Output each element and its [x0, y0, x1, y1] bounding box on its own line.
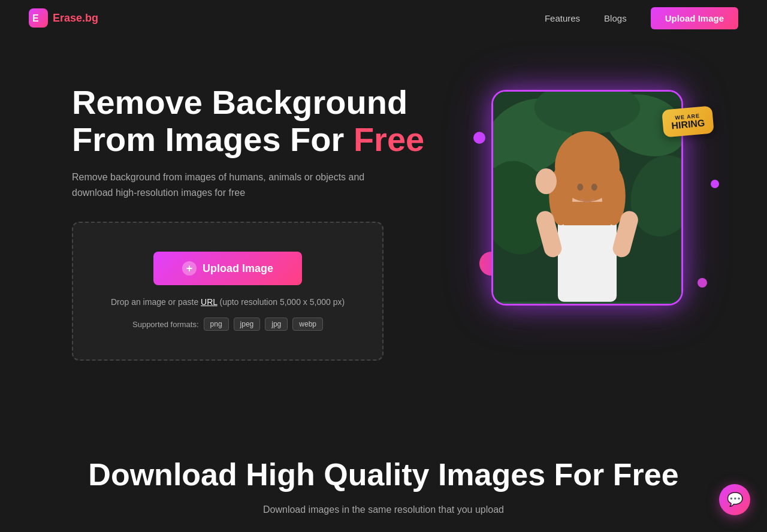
- hiring-text: HIRING: [671, 119, 705, 131]
- hiring-badge: WE ARE HIRING: [662, 105, 714, 137]
- logo-icon: E: [29, 8, 48, 28]
- navbar: E Erase.bg Features Blogs Upload Image: [0, 0, 767, 36]
- nav-links: Features Blogs Upload Image: [545, 7, 738, 29]
- drop-hint: Drop an image or paste URL (upto resolut…: [111, 297, 345, 307]
- decoration-dot-right: [711, 180, 719, 188]
- hero-title: Remove Background From Images For Free: [72, 84, 424, 158]
- hero-subtitle: Remove background from images of humans,…: [72, 170, 384, 200]
- formats-row: Supported formats: png jpeg jpg webp: [132, 318, 323, 331]
- svg-rect-13: [564, 202, 611, 225]
- svg-point-18: [536, 168, 557, 194]
- format-png: png: [204, 318, 229, 331]
- nav-blogs[interactable]: Blogs: [604, 13, 627, 23]
- hero-section: Remove Background From Images For Free R…: [0, 36, 767, 409]
- bottom-title: Download High Quality Images For Free: [24, 457, 743, 492]
- logo[interactable]: E Erase.bg: [29, 8, 98, 28]
- decoration-dot-small: [697, 278, 707, 288]
- formats-label: Supported formats:: [132, 320, 199, 329]
- bottom-subtitle: Download images in the same resolution t…: [24, 504, 743, 515]
- hero-image: [491, 90, 683, 306]
- decoration-dot-purple: [473, 132, 485, 144]
- url-link[interactable]: URL: [201, 297, 218, 307]
- plus-icon: +: [182, 261, 197, 276]
- hero-image-bg: [493, 92, 681, 304]
- nav-upload-button[interactable]: Upload Image: [651, 7, 738, 29]
- logo-label: Erase.bg: [53, 12, 98, 25]
- format-webp: webp: [292, 318, 323, 331]
- hero-image-area: WE ARE HIRING: [467, 72, 719, 324]
- svg-point-16: [577, 183, 583, 191]
- format-jpeg: jpeg: [234, 318, 261, 331]
- chat-icon: 💬: [727, 492, 743, 507]
- svg-point-17: [591, 183, 597, 191]
- chat-widget[interactable]: 💬: [719, 484, 750, 515]
- svg-text:E: E: [32, 13, 39, 23]
- bottom-section: Download High Quality Images For Free Do…: [0, 409, 767, 532]
- upload-dropzone[interactable]: + Upload Image Drop an image or paste UR…: [72, 222, 384, 361]
- nav-features[interactable]: Features: [545, 13, 580, 23]
- upload-main-button[interactable]: + Upload Image: [153, 252, 302, 285]
- format-jpg: jpg: [265, 318, 288, 331]
- hero-content: Remove Background From Images For Free R…: [72, 72, 424, 361]
